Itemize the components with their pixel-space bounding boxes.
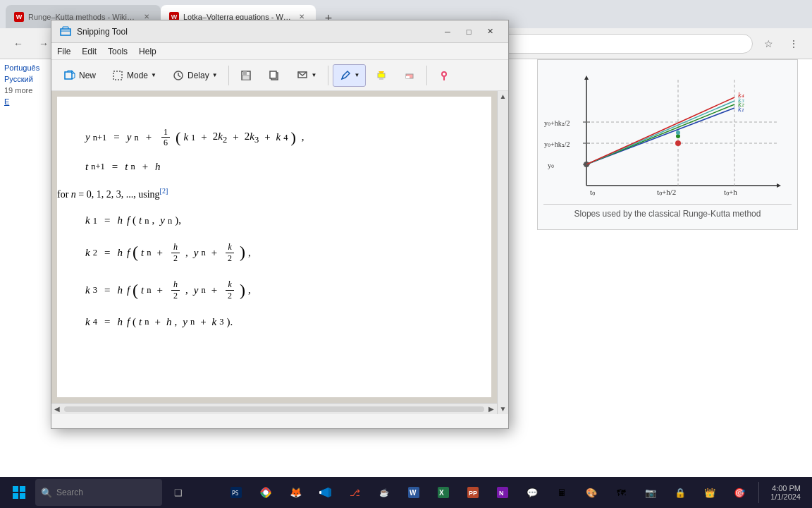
formula-k2: k2 = h f ( tn + h 2 , yn + k <box>85 237 463 267</box>
svg-point-24 <box>676 131 680 135</box>
math-content: yn+1 = yn + 1 6 ( k1 + 2k2 + 2k3 <box>85 123 463 332</box>
pen-icon <box>339 69 352 82</box>
taskbar-crown[interactable]: 👑 <box>696 479 723 506</box>
taskbar: 🔍 Search ❑ PS 🦊 ⎇ ☕ W X PP N 💬 🖩 🎨 🗺 📷 🔒… <box>0 477 812 508</box>
pen-button[interactable]: ▼ <box>333 64 367 87</box>
figure-caption: Slopes used by the classical Runge-Kutta… <box>543 204 792 224</box>
taskbar-git[interactable]: ⎇ <box>341 479 368 506</box>
mode-dropdown-icon: ▼ <box>151 72 156 78</box>
taskbar-powershell[interactable]: PS <box>223 479 250 506</box>
svg-marker-2 <box>777 183 781 188</box>
snipping-content: yn+1 = yn + 1 6 ( k1 + 2k2 + 2k3 <box>57 97 491 397</box>
svg-text:t₀: t₀ <box>590 188 596 196</box>
taskbar-paint[interactable]: 🎨 <box>578 479 605 506</box>
copy-button[interactable] <box>262 64 287 87</box>
svg-text:X: X <box>439 489 444 497</box>
mode-label: Mode <box>127 71 148 80</box>
svg-line-37 <box>178 75 180 77</box>
menu-edit[interactable]: Edit <box>82 47 97 56</box>
svg-text:W: W <box>410 489 417 497</box>
svg-point-57 <box>264 490 269 495</box>
sidebar-lang-portuguese[interactable]: Português <box>0 62 53 73</box>
new-icon <box>63 69 76 82</box>
taskbar-java[interactable]: ☕ <box>371 479 398 506</box>
copy-icon <box>268 69 281 82</box>
svg-text:PP: PP <box>469 490 477 497</box>
taskbar-teams[interactable]: 💬 <box>519 479 546 506</box>
svg-rect-51 <box>20 486 25 492</box>
taskbar-security[interactable]: 🔒 <box>667 479 694 506</box>
language-sidebar: Português Русский 19 more E <box>0 59 53 107</box>
svg-text:y₀+hk₁/2: y₀+hk₁/2 <box>544 140 570 148</box>
taskbar-vscode[interactable] <box>312 479 338 506</box>
runge-kutta-graph: t₀ t₀+h/2 t₀+h y₀ y₀+hk₁/2 y₀+hk₂/2 <box>543 66 792 200</box>
scroll-track[interactable] <box>64 406 484 412</box>
taskbar-excel[interactable]: X <box>430 479 457 506</box>
mode-button[interactable]: Mode ▼ <box>105 64 163 87</box>
taskbar-maps[interactable]: 🗺 <box>608 479 634 506</box>
send-dropdown-icon: ▼ <box>312 72 317 78</box>
window-controls: ─ □ ✕ <box>438 25 500 39</box>
taskbar-chrome[interactable] <box>252 479 279 506</box>
minimize-button[interactable]: ─ <box>438 25 457 39</box>
menu-help[interactable]: Help <box>139 47 156 56</box>
bookmark-button[interactable]: ☆ <box>758 34 778 54</box>
taskbar-word[interactable]: W <box>400 479 427 506</box>
svg-text:k₄: k₄ <box>738 91 744 99</box>
taskbar-powerpoint[interactable]: PP <box>460 479 486 506</box>
sidebar-more: 19 more <box>0 85 53 96</box>
back-button[interactable]: ← <box>8 34 28 54</box>
new-snip-label: New <box>79 71 96 80</box>
save-button[interactable] <box>233 64 259 87</box>
svg-rect-29 <box>61 29 70 35</box>
menu-tools[interactable]: Tools <box>108 47 128 56</box>
scroll-right-arrow[interactable]: ▶ <box>486 404 497 414</box>
taskbar-last[interactable]: 🎯 <box>726 479 753 506</box>
svg-rect-40 <box>242 75 250 80</box>
taskbar-taskview[interactable]: ❑ <box>165 479 192 506</box>
taskbar-photos[interactable]: 📷 <box>637 479 664 506</box>
eraser-icon <box>403 69 416 82</box>
pen-dropdown-icon: ▼ <box>355 72 360 78</box>
menu-button[interactable]: ⋮ <box>784 34 804 54</box>
send-button[interactable]: ▼ <box>290 64 324 87</box>
formula-k1: k1 = h f ( tn , yn ), <box>85 211 463 230</box>
snipping-tool-window: Snipping Tool ─ □ ✕ File Edit Tools Help… <box>51 20 509 429</box>
taskbar-calculator[interactable]: 🖩 <box>548 479 575 506</box>
maximize-button[interactable]: □ <box>459 25 479 39</box>
delay-dropdown-icon: ▼ <box>212 72 218 78</box>
clock-date: 1/1/2024 <box>770 492 801 501</box>
svg-rect-39 <box>243 71 247 75</box>
delay-button[interactable]: Delay ▼ <box>166 64 224 87</box>
svg-rect-53 <box>20 493 25 499</box>
taskbar-firefox[interactable]: 🦊 <box>282 479 309 506</box>
new-snip-button[interactable]: New <box>57 64 102 87</box>
scroll-left-arrow[interactable]: ◀ <box>51 404 63 414</box>
taskbar-search[interactable]: 🔍 Search <box>35 479 162 506</box>
close-button[interactable]: ✕ <box>480 25 500 39</box>
menu-file[interactable]: File <box>57 47 70 56</box>
scroll-bar-horizontal[interactable]: ◀ ▶ <box>51 403 497 414</box>
separator-2 <box>328 66 328 85</box>
marker-button[interactable] <box>431 64 457 87</box>
highlighter-icon <box>375 69 388 82</box>
taskbar-onenote[interactable]: N <box>489 479 516 506</box>
svg-line-21 <box>586 97 734 164</box>
svg-rect-58 <box>319 491 321 494</box>
sidebar-lang-russian[interactable]: Русский <box>0 73 53 85</box>
start-button[interactable] <box>6 479 32 506</box>
tab-favicon-1: W <box>14 12 24 22</box>
scroll-down-arrow[interactable]: ▼ <box>498 404 508 414</box>
snipping-title-bar[interactable]: Snipping Tool ─ □ ✕ <box>51 20 508 43</box>
svg-rect-44 <box>378 73 385 78</box>
formula-k3: k3 = h f ( tn + h 2 , yn + k <box>85 275 463 306</box>
eraser-button[interactable] <box>397 64 422 87</box>
highlighter-button[interactable] <box>369 64 394 87</box>
svg-text:N: N <box>499 490 504 497</box>
svg-text:PS: PS <box>232 490 239 497</box>
svg-rect-52 <box>13 493 18 499</box>
scroll-up-arrow[interactable]: ▲ <box>498 91 508 102</box>
sidebar-edit[interactable]: E <box>0 96 53 107</box>
graph-container: t₀ t₀+h/2 t₀+h y₀ y₀+hk₁/2 y₀+hk₂/2 <box>543 66 792 200</box>
scroll-bar-right[interactable]: ▲ ▼ <box>497 91 508 414</box>
